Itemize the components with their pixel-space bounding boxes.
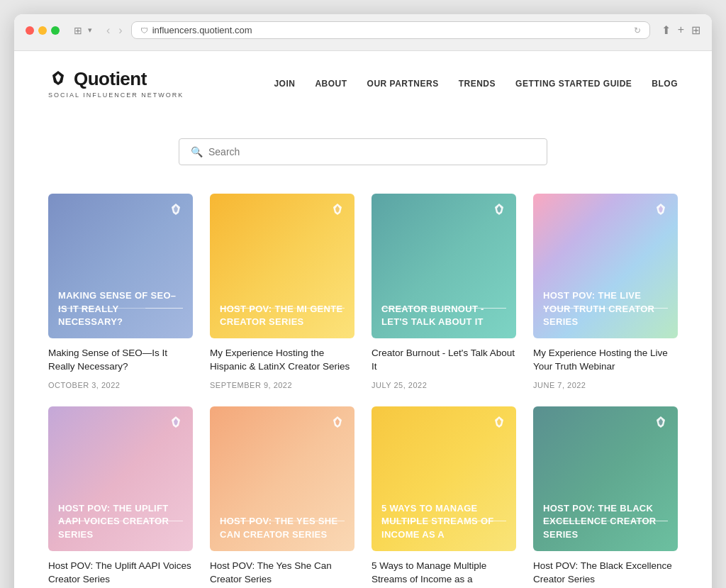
- blog-grid: MAKING SENSE OF SEO–IS IT REALLY NECESSA…: [14, 194, 712, 588]
- nav-links: JOIN ABOUT OUR PARTNERS TRENDS GETTING S…: [274, 79, 678, 89]
- card-image-3: CREATOR BURNOUT - LET'S TALK ABOUT IT: [372, 194, 516, 338]
- blog-card[interactable]: HOST POV: THE LIVE YOUR TRUTH CREATOR SE…: [533, 194, 678, 389]
- back-button[interactable]: ‹: [104, 23, 113, 38]
- blog-card[interactable]: HOST POV: THE BLACK EXCELLENCE CREATOR S…: [533, 406, 678, 588]
- card-logo-icon: [491, 415, 508, 432]
- nav-partners[interactable]: OUR PARTNERS: [367, 79, 439, 89]
- blog-card[interactable]: HOST POV: THE YES SHE CAN CREATOR SERIES…: [210, 406, 354, 588]
- tab-grid-icon[interactable]: ⊞: [74, 25, 82, 36]
- forward-button[interactable]: ›: [116, 23, 125, 38]
- card-title: My Experience Hosting the Hispanic & Lat…: [210, 347, 354, 374]
- card-overlay-title: HOST POV: THE UPLIFT AAPI VOICES CREATOR…: [58, 502, 183, 541]
- browser-window: ⊞ ▾ ‹ › 🛡 influencers.quotient.com ↻ ⬆ +…: [14, 14, 712, 588]
- card-divider: [381, 308, 506, 309]
- blog-card[interactable]: 5 WAYS TO MANAGE MULTIPLE STREAMS OF INC…: [372, 406, 516, 588]
- card-title: My Experience Hosting the Live Your Trut…: [533, 347, 678, 374]
- security-icon: 🛡: [140, 26, 148, 35]
- card-title: Host POV: The Uplift AAPI Voices Creator…: [48, 560, 193, 587]
- card-overlay-title: MAKING SENSE OF SEO–IS IT REALLY NECESSA…: [58, 289, 183, 328]
- nav-about[interactable]: ABOUT: [315, 79, 347, 89]
- grid-icon[interactable]: ⊞: [691, 23, 700, 37]
- card-overlay-title: 5 WAYS TO MANAGE MULTIPLE STREAMS OF INC…: [381, 502, 506, 541]
- nav-trends[interactable]: TRENDS: [459, 79, 496, 89]
- card-logo-icon: [167, 202, 184, 219]
- card-logo-icon: [652, 415, 669, 432]
- share-icon[interactable]: ⬆: [661, 23, 671, 37]
- card-date: JULY 25, 2022: [372, 381, 516, 389]
- card-overlay-title: CREATOR BURNOUT - LET'S TALK ABOUT IT: [381, 303, 506, 328]
- address-bar[interactable]: 🛡 influencers.quotient.com ↻: [131, 21, 650, 39]
- card-title: Host POV: The Black Excellence Creator S…: [533, 560, 678, 587]
- refresh-icon[interactable]: ↻: [634, 26, 641, 35]
- maximize-button[interactable]: [51, 26, 60, 35]
- card-logo-icon: [329, 415, 346, 432]
- card-date: OCTOBER 3, 2022: [48, 381, 193, 389]
- nav-join[interactable]: JOIN: [274, 79, 295, 89]
- search-box[interactable]: 🔍: [179, 138, 547, 165]
- card-overlay-title: HOST POV: THE LIVE YOUR TRUTH CREATOR SE…: [543, 289, 668, 328]
- new-tab-icon[interactable]: +: [678, 23, 684, 37]
- close-button[interactable]: [26, 26, 34, 35]
- card-title: Host POV: The Yes She Can Creator Series: [210, 560, 354, 587]
- logo-subtitle: Social Influencer Network: [48, 91, 184, 99]
- nav-buttons: ‹ ›: [104, 23, 125, 38]
- browser-chrome: ⊞ ▾ ‹ › 🛡 influencers.quotient.com ↻ ⬆ +…: [14, 14, 712, 51]
- logo[interactable]: Quotient Social Influencer Network: [48, 68, 184, 99]
- card-image-2: HOST POV: THE MI GENTE CREATOR SERIES: [210, 194, 354, 338]
- card-date: SEPTEMBER 9, 2022: [210, 381, 354, 389]
- card-divider: [220, 521, 345, 521]
- blog-card[interactable]: HOST POV: THE MI GENTE CREATOR SERIES My…: [210, 194, 354, 389]
- logo-text: Quotient: [74, 68, 147, 90]
- search-section: 🔍: [14, 116, 712, 194]
- card-image-7: 5 WAYS TO MANAGE MULTIPLE STREAMS OF INC…: [372, 406, 516, 551]
- main-nav: Quotient Social Influencer Network JOIN …: [14, 51, 712, 116]
- card-divider: [58, 308, 183, 309]
- minimize-button[interactable]: [38, 26, 47, 35]
- card-overlay-title: HOST POV: THE YES SHE CAN CREATOR SERIES: [220, 515, 345, 540]
- card-image-1: MAKING SENSE OF SEO–IS IT REALLY NECESSA…: [48, 194, 193, 338]
- nav-getting-started[interactable]: GETTING STARTED GUIDE: [515, 79, 632, 89]
- search-icon: 🔍: [191, 146, 203, 157]
- card-divider: [543, 521, 668, 521]
- page-content: Quotient Social Influencer Network JOIN …: [14, 51, 712, 588]
- card-divider: [220, 308, 345, 309]
- card-logo-icon: [491, 202, 508, 219]
- card-logo-icon: [167, 415, 184, 432]
- card-title: Making Sense of SEO—Is It Really Necessa…: [48, 347, 193, 374]
- blog-card[interactable]: CREATOR BURNOUT - LET'S TALK ABOUT IT Cr…: [372, 194, 516, 389]
- card-image-4: HOST POV: THE LIVE YOUR TRUTH CREATOR SE…: [533, 194, 678, 338]
- card-overlay-title: HOST POV: THE BLACK EXCELLENCE CREATOR S…: [543, 502, 668, 541]
- url-text: influencers.quotient.com: [152, 25, 252, 35]
- blog-card[interactable]: HOST POV: THE UPLIFT AAPI VOICES CREATOR…: [48, 406, 193, 588]
- card-divider: [381, 521, 506, 521]
- card-image-8: HOST POV: THE BLACK EXCELLENCE CREATOR S…: [533, 406, 678, 551]
- logo-icon: [48, 70, 68, 89]
- chevron-down-icon[interactable]: ▾: [88, 26, 92, 35]
- card-title: 5 Ways to Manage Multiple Streams of Inc…: [372, 560, 516, 587]
- card-divider: [543, 308, 668, 309]
- card-image-5: HOST POV: THE UPLIFT AAPI VOICES CREATOR…: [48, 406, 193, 551]
- card-logo-icon: [329, 202, 346, 219]
- card-title: Creator Burnout - Let's Talk About It: [372, 347, 516, 374]
- card-overlay-title: HOST POV: THE MI GENTE CREATOR SERIES: [220, 303, 345, 328]
- traffic-lights: [26, 26, 60, 35]
- card-image-6: HOST POV: THE YES SHE CAN CREATOR SERIES: [210, 406, 354, 551]
- browser-actions: ⬆ + ⊞: [661, 23, 700, 37]
- card-logo-icon: [652, 202, 669, 219]
- blog-card[interactable]: MAKING SENSE OF SEO–IS IT REALLY NECESSA…: [48, 194, 193, 389]
- card-divider: [58, 521, 183, 521]
- nav-blog[interactable]: BLOG: [652, 79, 678, 89]
- window-controls: ⊞ ▾: [74, 25, 92, 36]
- search-input[interactable]: [208, 146, 535, 157]
- card-date: JUNE 7, 2022: [533, 381, 678, 389]
